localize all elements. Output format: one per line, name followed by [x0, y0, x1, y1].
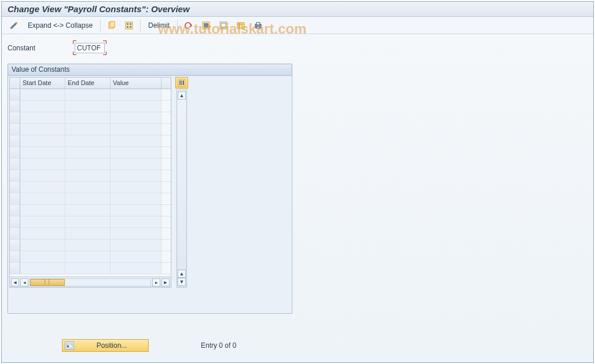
table-row[interactable] — [10, 147, 171, 159]
table-row[interactable] — [10, 251, 171, 263]
table-row[interactable] — [10, 182, 171, 193]
row-marker[interactable] — [10, 101, 20, 112]
cell-start-date[interactable] — [20, 159, 65, 170]
cell-end-date[interactable] — [65, 216, 111, 227]
cell-value[interactable] — [111, 251, 161, 262]
cell-start-date[interactable] — [20, 193, 65, 204]
scroll-down-icon[interactable]: ▼ — [178, 278, 186, 286]
table-row[interactable] — [10, 112, 171, 124]
cell-value[interactable] — [111, 170, 161, 181]
col-header-end-date[interactable]: End Date — [65, 78, 111, 89]
cell-value[interactable] — [111, 101, 161, 112]
undo-icon[interactable] — [181, 19, 196, 32]
configure-columns-icon[interactable] — [175, 77, 188, 89]
cell-value[interactable] — [111, 135, 161, 146]
cell-start-date[interactable] — [20, 101, 65, 112]
row-marker[interactable] — [10, 170, 20, 181]
constant-input[interactable] — [75, 43, 105, 53]
table-row[interactable] — [10, 101, 171, 112]
expand-collapse-button[interactable]: Expand <-> Collapse — [24, 19, 97, 32]
cell-end-date[interactable] — [65, 147, 111, 158]
table-row[interactable] — [10, 205, 171, 216]
table-row[interactable] — [10, 193, 171, 205]
row-marker[interactable] — [10, 240, 20, 251]
toggle-edit-icon[interactable] — [6, 19, 21, 32]
cell-start-date[interactable] — [20, 228, 65, 239]
scroll-right-icon[interactable]: ▸ — [152, 278, 160, 286]
row-marker[interactable] — [10, 159, 20, 170]
cell-start-date[interactable] — [20, 251, 65, 262]
cell-start-date[interactable] — [20, 89, 65, 100]
deselect-all-icon[interactable] — [216, 19, 231, 32]
cell-end-date[interactable] — [65, 228, 111, 239]
cell-value[interactable] — [111, 228, 161, 239]
cell-value[interactable] — [111, 263, 161, 274]
scroll-left-icon[interactable]: ◂ — [20, 278, 28, 286]
cell-end-date[interactable] — [65, 170, 111, 181]
cell-end-date[interactable] — [65, 124, 111, 135]
cell-value[interactable] — [111, 159, 161, 170]
cell-value[interactable] — [111, 112, 161, 123]
table-row[interactable] — [10, 159, 171, 170]
row-marker[interactable] — [10, 193, 20, 204]
row-marker[interactable] — [10, 228, 20, 239]
cell-value[interactable] — [111, 147, 161, 158]
row-marker[interactable] — [10, 112, 20, 123]
cell-value[interactable] — [111, 89, 161, 100]
row-marker[interactable] — [10, 251, 20, 262]
select-block-icon[interactable] — [199, 19, 214, 32]
col-header-start-date[interactable]: Start Date — [20, 78, 65, 89]
cell-end-date[interactable] — [65, 240, 111, 251]
cell-value[interactable] — [111, 240, 161, 251]
cell-start-date[interactable] — [20, 205, 65, 216]
cell-start-date[interactable] — [20, 170, 65, 181]
table-row[interactable] — [10, 216, 171, 228]
cell-start-date[interactable] — [20, 240, 65, 251]
cell-value[interactable] — [111, 124, 161, 135]
cell-value[interactable] — [111, 205, 161, 216]
position-button[interactable]: Position... — [62, 339, 149, 352]
cell-end-date[interactable] — [65, 205, 111, 216]
cell-end-date[interactable] — [65, 193, 111, 204]
table-row[interactable] — [10, 240, 171, 251]
row-marker[interactable] — [10, 182, 20, 193]
cell-end-date[interactable] — [65, 159, 111, 170]
cell-end-date[interactable] — [65, 89, 111, 100]
delimit-button[interactable]: Delimit — [144, 19, 174, 32]
cell-value[interactable] — [111, 216, 161, 227]
table-row[interactable] — [10, 89, 171, 101]
cell-value[interactable] — [111, 193, 161, 204]
h-scroll-track[interactable]: ┊┊ — [30, 278, 151, 286]
scroll-right-icon[interactable]: ► — [161, 278, 170, 286]
print-icon[interactable] — [251, 19, 266, 32]
row-marker[interactable] — [10, 124, 20, 135]
cell-start-date[interactable] — [20, 124, 65, 135]
row-marker[interactable] — [10, 216, 20, 227]
cell-start-date[interactable] — [20, 216, 65, 227]
cell-end-date[interactable] — [65, 182, 111, 193]
cell-end-date[interactable] — [65, 135, 111, 146]
copy-icon[interactable] — [104, 19, 119, 32]
cell-start-date[interactable] — [20, 135, 65, 146]
scroll-up-icon[interactable]: ▲ — [178, 91, 186, 100]
select-all-icon[interactable] — [122, 19, 137, 32]
cell-end-date[interactable] — [65, 112, 111, 123]
cell-start-date[interactable] — [20, 182, 65, 193]
cell-end-date[interactable] — [65, 263, 111, 274]
cell-start-date[interactable] — [20, 112, 65, 123]
scroll-down-icon[interactable]: ▲ — [178, 270, 186, 278]
row-marker[interactable] — [10, 135, 20, 146]
table-row[interactable] — [10, 135, 171, 147]
table-settings-icon[interactable] — [233, 19, 248, 32]
col-header-value[interactable]: Value — [111, 78, 161, 89]
cell-start-date[interactable] — [20, 147, 65, 158]
row-marker[interactable] — [10, 263, 20, 274]
cell-value[interactable] — [111, 182, 161, 193]
cell-start-date[interactable] — [20, 263, 65, 274]
h-scroll-thumb[interactable]: ┊┊ — [30, 279, 65, 286]
cell-end-date[interactable] — [65, 101, 111, 112]
cell-end-date[interactable] — [65, 251, 111, 262]
table-row[interactable] — [10, 263, 171, 274]
row-marker[interactable] — [10, 205, 20, 216]
scroll-left-icon[interactable]: ◄ — [11, 278, 19, 286]
